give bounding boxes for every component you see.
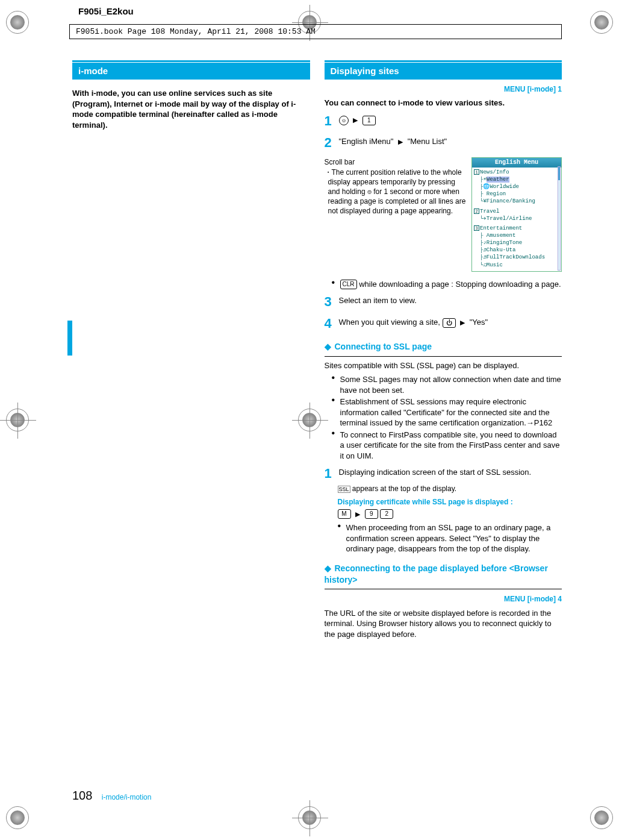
step4-b: "Yes" (470, 318, 488, 327)
stop-dl-text: while downloading a page : Stopping down… (359, 280, 561, 289)
phone-item: RingingTone (487, 240, 522, 246)
ssl-cert-heading: Displaying certificate while SSL page is… (338, 497, 562, 507)
phone-item: FullTrackDownloads (487, 254, 545, 260)
phone-item: Finance/Banking (487, 198, 535, 204)
key-box-end: ⏻ (443, 318, 456, 328)
phone-item: Music (487, 262, 503, 268)
ssl-heading: Connecting to SSL page (335, 342, 432, 351)
phone-item: Worldwide (490, 184, 519, 190)
arrow-icon: ▶ (355, 510, 360, 519)
ssl-bullet: Some SSL pages may not allow connection … (332, 374, 562, 395)
arrow-icon: ▶ (460, 318, 465, 327)
footer-section: i-mode/i-motion (102, 793, 152, 801)
diamond-icon: ◆ (325, 563, 331, 573)
section-heading-displaying-sites: Displaying sites (325, 63, 562, 80)
diamond-icon: ◆ (325, 342, 331, 351)
crop-mark-tl (6, 11, 29, 34)
ssl-intro: Sites compatible with SSL (SSL page) can… (325, 360, 562, 371)
reconnect-body: The URL of the site or website displayed… (325, 608, 562, 640)
crop-mark-bc (298, 806, 321, 829)
arrow-icon: ▶ (353, 116, 358, 125)
crop-mark-bl (6, 806, 29, 829)
step-number: 2 (325, 134, 335, 152)
page-footer: 108 i-mode/i-motion (72, 789, 151, 803)
section-rule (325, 60, 562, 62)
phone-item: Region (487, 191, 506, 197)
ssl-proceed-text: When proceeding from an SSL page to an o… (346, 523, 551, 553)
lead-text: You can connect to i-mode to view variou… (325, 98, 562, 108)
step-number: 4 (325, 315, 335, 333)
header-code: F905i_E2kou (78, 6, 134, 16)
step-number: 3 (325, 293, 335, 311)
ssl-icon: SSL (338, 486, 350, 493)
menu-path: MENU [i-mode] 4 (325, 594, 562, 604)
key-box-clr: CLR (340, 280, 357, 289)
phone-item: Travel/Airline (487, 216, 532, 222)
step2-b: "Menu List" (408, 137, 447, 146)
key-box-m: M (338, 509, 351, 519)
phone-screenshot: English Menu 1News/Info ├☀Weather ├🌐Worl… (471, 157, 562, 271)
phone-title: English Menu (472, 158, 561, 168)
crop-mark-br (590, 806, 613, 829)
menu-path: MENU [i-mode] 1 (325, 84, 562, 94)
arrow-icon: ▶ (398, 137, 403, 146)
bullet-dot: ・ (325, 168, 332, 177)
phone-scrollbar (558, 166, 561, 270)
page-number: 108 (72, 789, 92, 802)
phone-cat3: Entertainment (480, 225, 522, 231)
key-icon: ⌾ (339, 116, 349, 125)
phone-item: Weather (487, 177, 509, 183)
book-meta: F905i.book Page 108 Monday, April 21, 20… (69, 24, 562, 39)
phone-item: Amusement (487, 233, 516, 239)
ssl-appears: appears at the top of the display. (352, 484, 456, 493)
ssl-bullet: To connect to FirstPass compatible site,… (332, 430, 562, 462)
step3-text: Select an item to view. (339, 293, 562, 306)
ssl-step1-text: Displaying indication screen of the star… (339, 465, 562, 478)
divider (325, 356, 562, 357)
section-rule (72, 60, 310, 62)
crop-mark-tr (590, 11, 613, 34)
scrollbar-label: Scroll bar (325, 157, 467, 167)
phone-cat1: News/Info (480, 169, 509, 175)
key-box-9: 9 (365, 509, 378, 519)
step-number: 1 (325, 465, 335, 483)
key-box: 1 (362, 116, 376, 125)
bullet-stop-download: CLR while downloading a page : Stopping … (332, 279, 562, 290)
phone-cat2: Travel (480, 208, 499, 215)
imode-intro: With i-mode, you can use online services… (72, 88, 310, 130)
step2-a: "English iMenu" (339, 137, 394, 146)
crop-mark-ml (6, 409, 29, 431)
step-number: 1 (325, 112, 335, 130)
reconnect-heading: Reconnecting to the page displayed befor… (325, 563, 548, 585)
divider (325, 589, 562, 589)
ssl-proceed-bullet: When proceeding from an SSL page to an o… (338, 522, 562, 554)
section-heading-imode: i-mode (72, 63, 310, 80)
step4-a: When you quit viewing a site, (339, 318, 440, 327)
phone-item: Chaku-Uta (487, 247, 516, 253)
scrollbar-desc: The current position relative to the who… (328, 168, 466, 216)
ssl-bullet: Establishment of SSL sessions may requir… (332, 396, 562, 428)
section-tab (67, 321, 72, 356)
key-box-2: 2 (380, 509, 393, 519)
